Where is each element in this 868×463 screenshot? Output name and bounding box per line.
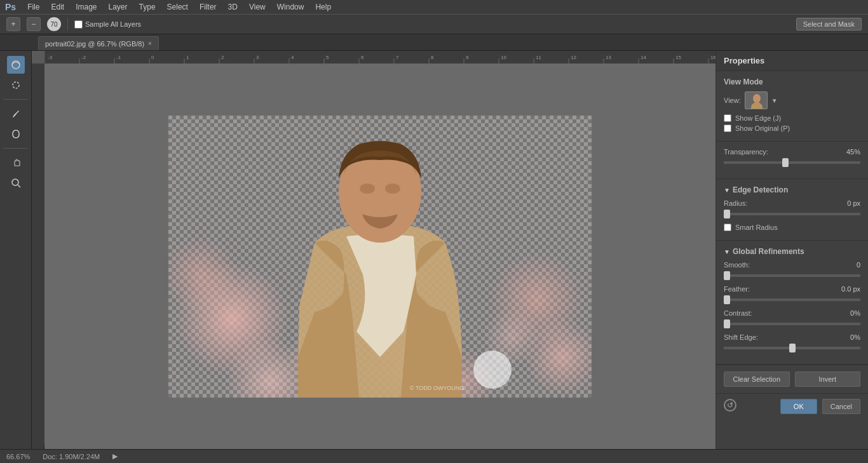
sample-all-layers-checkbox[interactable]: Sample All Layers — [74, 20, 141, 29]
tab-close-button[interactable]: × — [148, 40, 152, 47]
contrast-slider-row: Contrast: 0% — [724, 309, 860, 327]
select-and-mask-button[interactable]: Select and Mask — [796, 18, 862, 30]
svg-rect-47 — [32, 64, 44, 445]
svg-text:10: 10 — [501, 55, 506, 60]
radius-value: 0 px — [847, 199, 860, 207]
svg-text:2: 2 — [221, 55, 224, 60]
horizontal-ruler: -3 -2 -1 0 1 2 3 4 5 6 7 — [44, 51, 715, 64]
svg-point-69 — [473, 351, 512, 389]
subtract-tool-btn[interactable]: − — [27, 17, 41, 31]
transparency-label: Transparency: — [724, 148, 768, 156]
brush-tool[interactable] — [7, 105, 25, 123]
menu-select[interactable]: Select — [162, 1, 193, 13]
feather-value: 0.0 px — [841, 285, 860, 293]
svg-text:6: 6 — [361, 55, 364, 60]
global-refinements-collapse-arrow: ▼ — [724, 248, 730, 255]
transparency-slider-row: Transparency: 45% — [724, 148, 860, 166]
contrast-value: 0% — [850, 309, 860, 317]
edge-detection-collapse-arrow: ▼ — [724, 187, 730, 194]
svg-text:© TODD OWYOUNG: © TODD OWYOUNG — [410, 385, 464, 391]
cancel-button[interactable]: Cancel — [822, 399, 860, 414]
refine-edge-brush-tool[interactable] — [7, 76, 25, 94]
brush-size-value: 70 — [50, 21, 57, 28]
smooth-slider[interactable] — [724, 274, 860, 277]
smart-radius-row: Smart Radius — [724, 224, 860, 231]
view-mode-row: View: ▼ — [724, 91, 860, 109]
app-logo: Ps — [5, 2, 16, 12]
edge-detection-label: Edge Detection — [733, 185, 788, 194]
show-edge-label: Show Edge (J) — [735, 114, 781, 122]
show-edge-checkbox[interactable] — [724, 114, 731, 122]
view-dropdown-arrow[interactable]: ▼ — [771, 97, 778, 104]
transparency-section: Transparency: 45% — [716, 142, 868, 179]
menu-layer[interactable]: Layer — [104, 1, 133, 13]
svg-text:14: 14 — [641, 55, 646, 60]
contrast-slider[interactable] — [724, 323, 860, 325]
menu-help[interactable]: Help — [310, 1, 336, 13]
feather-slider[interactable] — [724, 299, 860, 301]
svg-text:9: 9 — [466, 55, 469, 60]
radius-slider[interactable] — [724, 213, 860, 215]
document-tab[interactable]: portrait02.jpg @ 66.7% (RGB/8) × — [38, 36, 159, 50]
menu-window[interactable]: Window — [272, 1, 309, 13]
ok-button[interactable]: OK — [780, 399, 817, 414]
smooth-slider-row: Smooth: 0 — [724, 261, 860, 279]
zoom-tool[interactable] — [7, 174, 25, 192]
quick-selection-tool[interactable] — [7, 56, 25, 74]
ruler-h-svg: -3 -2 -1 0 1 2 3 4 5 6 7 — [44, 51, 715, 64]
shift-edge-value: 0% — [850, 333, 860, 341]
view-thumbnail[interactable] — [745, 91, 768, 109]
options-toolbar: + − 70 Sample All Layers Select and Mask — [0, 14, 868, 34]
clear-selection-button[interactable]: Clear Selection — [724, 372, 790, 387]
svg-text:3: 3 — [256, 55, 259, 60]
canvas-background[interactable]: © TODD OWYOUNG — [44, 64, 715, 449]
properties-panel: Properties View Mode View: ▼ Show — [715, 51, 868, 449]
transparency-slider[interactable] — [724, 161, 860, 164]
lasso-tool[interactable] — [7, 125, 25, 143]
bottom-buttons: Clear Selection Invert — [716, 365, 868, 393]
menu-file[interactable]: File — [22, 1, 44, 13]
zoom-level: 66.67% — [6, 453, 30, 460]
shift-edge-slider[interactable] — [724, 347, 860, 349]
view-mode-section: View Mode View: ▼ Show Edge (J) — [716, 71, 868, 142]
show-original-label: Show Original (P) — [735, 124, 790, 132]
canvas-area[interactable]: -3 -2 -1 0 1 2 3 4 5 6 7 — [32, 51, 715, 449]
radius-label: Radius: — [724, 199, 747, 207]
svg-rect-4 — [44, 51, 715, 64]
tab-filename: portrait02.jpg @ 66.7% (RGB/8) — [45, 40, 144, 48]
menu-bar: Ps File Edit Image Layer Type Select Fil… — [0, 0, 868, 14]
feather-slider-row: Feather: 0.0 px — [724, 285, 860, 303]
hand-tool[interactable] — [7, 154, 25, 171]
smart-radius-checkbox[interactable] — [724, 224, 731, 231]
svg-text:7: 7 — [396, 55, 399, 60]
menu-type[interactable]: Type — [134, 1, 161, 13]
ruler-v-svg: 0 1 2 3 4 5 6 7 8 9 — [32, 64, 44, 445]
brush-size-indicator: 70 — [47, 17, 61, 31]
show-original-checkbox[interactable] — [724, 124, 731, 132]
add-tool-btn[interactable]: + — [6, 17, 20, 31]
svg-text:1: 1 — [186, 55, 189, 60]
menu-view[interactable]: View — [244, 1, 271, 13]
menu-filter[interactable]: Filter — [194, 1, 222, 13]
invert-button[interactable]: Invert — [795, 372, 861, 387]
view-mode-title: View Mode — [724, 77, 860, 86]
contrast-label: Contrast: — [724, 309, 752, 317]
menu-edit[interactable]: Edit — [46, 1, 69, 13]
photo-overlay: © TODD OWYOUNG — [168, 116, 592, 398]
svg-text:15: 15 — [675, 55, 681, 60]
svg-text:-2: -2 — [81, 55, 86, 60]
smooth-value: 0 — [857, 261, 860, 269]
svg-text:-3: -3 — [48, 55, 53, 60]
global-refinements-header[interactable]: ▼ Global Refinements — [724, 247, 860, 256]
panel-title: Properties — [716, 51, 868, 71]
vertical-ruler: 0 1 2 3 4 5 6 7 8 9 — [32, 64, 44, 449]
ok-cancel-row: ↺ OK Cancel — [716, 393, 868, 419]
radius-slider-row: Radius: 0 px — [724, 199, 860, 217]
edge-detection-header[interactable]: ▼ Edge Detection — [724, 185, 860, 194]
reset-button[interactable]: ↺ — [724, 399, 736, 412]
status-arrow[interactable]: ▶ — [112, 452, 118, 460]
sample-all-layers-input[interactable] — [74, 20, 83, 29]
menu-image[interactable]: Image — [71, 1, 102, 13]
menu-3d[interactable]: 3D — [223, 1, 243, 13]
show-edge-row: Show Edge (J) — [724, 114, 860, 122]
